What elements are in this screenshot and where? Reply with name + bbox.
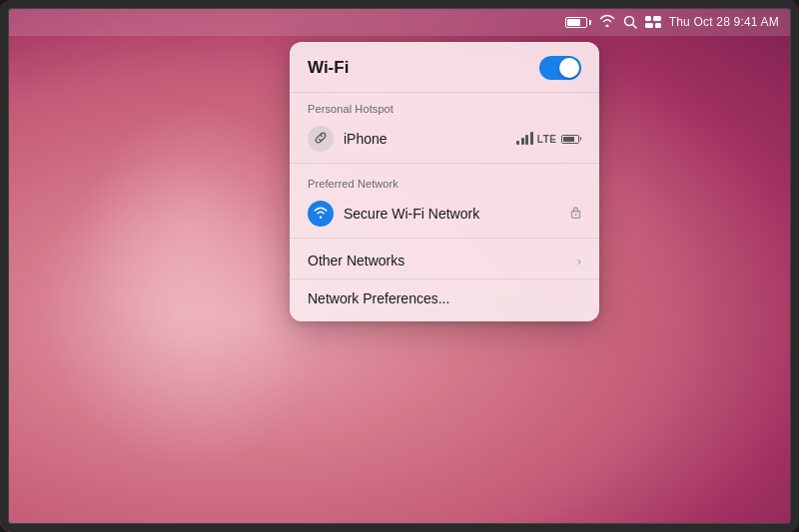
wifi-network-icon (308, 201, 334, 227)
menubar-time: Thu Oct 28 9:41 AM (669, 15, 779, 29)
iphone-name: iPhone (344, 131, 506, 147)
hotspot-link-icon (308, 126, 334, 152)
menubar: Thu Oct 28 9:41 AM (8, 8, 791, 36)
wifi-panel: Wi-Fi Personal Hotspot iPhone LTE (290, 42, 599, 321)
iphone-hotspot-row[interactable]: iPhone LTE (290, 119, 599, 159)
other-networks-row[interactable]: Other Networks › (290, 243, 599, 278)
iphone-battery (561, 135, 582, 144)
signal-bars (516, 133, 533, 145)
iphone-battery-body (561, 135, 579, 144)
svg-rect-5 (655, 23, 661, 28)
signal-bar-1 (516, 141, 519, 145)
svg-rect-3 (653, 16, 661, 21)
battery-fill (567, 19, 581, 26)
link-icon (314, 131, 328, 148)
wifi-menubar-icon[interactable] (599, 14, 615, 30)
battery-icon (565, 17, 591, 28)
preferred-network-label: Preferred Network (290, 168, 599, 194)
svg-point-7 (575, 214, 577, 216)
secure-wifi-row[interactable]: Secure Wi-Fi Network (290, 194, 599, 234)
battery-body (565, 17, 587, 28)
lte-badge: LTE (537, 134, 557, 145)
signal-bar-2 (521, 138, 524, 145)
personal-hotspot-label: Personal Hotspot (290, 93, 599, 119)
divider-1 (290, 163, 599, 164)
network-preferences-row[interactable]: Network Preferences... (290, 278, 599, 321)
other-networks-label: Other Networks (308, 253, 404, 268)
svg-rect-4 (645, 23, 653, 28)
control-center-icon[interactable] (645, 16, 661, 28)
svg-rect-2 (645, 16, 651, 21)
network-prefs-label: Network Preferences... (308, 290, 449, 306)
search-menubar-icon[interactable] (623, 15, 637, 29)
wifi-toggle[interactable] (539, 56, 581, 80)
iphone-battery-tip (580, 137, 582, 141)
chevron-right-icon: › (577, 254, 581, 268)
panel-title: Wi-Fi (308, 58, 349, 78)
battery-tip (589, 20, 591, 25)
iphone-meta: LTE (516, 133, 581, 145)
menubar-right-icons: Thu Oct 28 9:41 AM (565, 14, 779, 30)
lock-icon (570, 206, 581, 222)
secure-network-name: Secure Wi-Fi Network (344, 206, 560, 222)
svg-line-1 (632, 25, 636, 29)
divider-2 (290, 238, 599, 239)
iphone-battery-fill (563, 137, 574, 142)
wifi-icon-inner (314, 207, 328, 222)
signal-bar-4 (530, 132, 533, 145)
wifi-panel-header: Wi-Fi (290, 42, 599, 93)
signal-bar-3 (525, 135, 528, 145)
toggle-knob (559, 58, 579, 78)
